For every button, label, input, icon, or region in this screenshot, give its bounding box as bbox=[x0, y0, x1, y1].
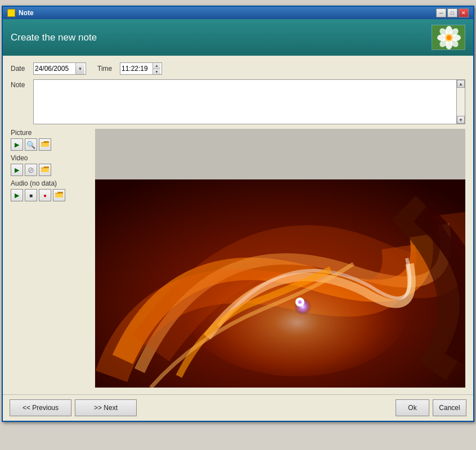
cancel-button[interactable]: Cancel bbox=[433, 399, 466, 416]
minimize-button[interactable]: ─ bbox=[436, 8, 446, 17]
time-label: Time bbox=[97, 65, 114, 73]
time-input[interactable] bbox=[122, 65, 152, 73]
video-label: Video bbox=[11, 154, 89, 162]
app-icon bbox=[7, 9, 15, 17]
footer-bar: << Previous >> Next Ok Cancel bbox=[3, 394, 473, 421]
previous-button[interactable]: << Previous bbox=[10, 399, 71, 416]
video-section: Video ▶ ⊘ bbox=[11, 154, 89, 176]
header-flower-decoration bbox=[432, 25, 465, 50]
svg-point-11 bbox=[447, 35, 451, 40]
flower-svg bbox=[432, 25, 465, 50]
preview-bottom-area bbox=[95, 179, 465, 388]
date-input[interactable] bbox=[35, 65, 74, 73]
audio-section: Audio (no data) ▶ ■ ● bbox=[11, 179, 89, 201]
ok-button[interactable]: Ok bbox=[396, 399, 429, 416]
note-row: Note ▲ ▼ bbox=[11, 79, 465, 124]
media-controls: Picture ▶ 🔍 Video bbox=[11, 129, 89, 388]
scroll-down-arrow[interactable]: ▼ bbox=[457, 116, 465, 124]
picture-play-button[interactable]: ▶ bbox=[11, 138, 23, 151]
picture-section: Picture ▶ 🔍 bbox=[11, 129, 89, 151]
audio-stop-button[interactable]: ■ bbox=[25, 189, 37, 201]
note-textarea-container: ▲ ▼ bbox=[33, 79, 465, 124]
folder-icon-audio bbox=[55, 192, 63, 199]
fire-svg bbox=[95, 179, 465, 388]
main-window: Note ─ □ ✕ Create the new note bbox=[2, 6, 474, 422]
folder-icon-video bbox=[41, 166, 49, 173]
scroll-up-arrow[interactable]: ▲ bbox=[457, 80, 465, 88]
date-label: Date bbox=[11, 65, 28, 73]
svg-point-16 bbox=[298, 300, 302, 304]
title-bar-buttons: ─ □ ✕ bbox=[436, 8, 469, 17]
title-bar-left: Note bbox=[7, 9, 34, 17]
next-button[interactable]: >> Next bbox=[75, 399, 137, 416]
date-combo[interactable]: ▼ bbox=[33, 62, 86, 75]
title-bar: Note ─ □ ✕ bbox=[3, 7, 473, 19]
video-clear-button[interactable]: ⊘ bbox=[25, 164, 37, 176]
media-preview bbox=[95, 129, 465, 388]
content-area: Date ▼ Time ▲ ▼ Note ▲ ▼ bbox=[3, 56, 473, 394]
date-combo-arrow[interactable]: ▼ bbox=[75, 63, 84, 74]
header-image bbox=[432, 25, 465, 50]
footer-right: Ok Cancel bbox=[396, 399, 466, 416]
close-button[interactable]: ✕ bbox=[459, 8, 469, 17]
date-time-row: Date ▼ Time ▲ ▼ bbox=[11, 62, 465, 75]
picture-buttons: ▶ 🔍 bbox=[11, 138, 89, 151]
maximize-button[interactable]: □ bbox=[447, 8, 457, 17]
time-spin-up[interactable]: ▲ bbox=[153, 63, 160, 69]
video-play-button[interactable]: ▶ bbox=[11, 164, 23, 176]
preview-top-area bbox=[95, 129, 465, 179]
note-scrollbar[interactable]: ▲ ▼ bbox=[456, 79, 465, 124]
note-label: Note bbox=[11, 79, 28, 89]
media-main: Picture ▶ 🔍 Video bbox=[11, 129, 465, 388]
audio-record-button[interactable]: ● bbox=[39, 189, 51, 201]
window-title: Note bbox=[19, 9, 34, 17]
time-spinners: ▲ ▼ bbox=[152, 63, 160, 74]
time-spin-down[interactable]: ▼ bbox=[153, 69, 160, 75]
time-field[interactable]: ▲ ▼ bbox=[120, 62, 162, 75]
fire-image bbox=[95, 179, 465, 388]
audio-label: Audio (no data) bbox=[11, 179, 89, 187]
header-band: Create the new note bbox=[3, 19, 473, 56]
audio-play-button[interactable]: ▶ bbox=[11, 189, 23, 201]
note-textarea[interactable] bbox=[33, 79, 456, 124]
picture-folder-button[interactable] bbox=[39, 138, 51, 151]
video-folder-button[interactable] bbox=[39, 164, 51, 176]
video-buttons: ▶ ⊘ bbox=[11, 164, 89, 176]
audio-folder-button[interactable] bbox=[53, 189, 65, 201]
audio-buttons: ▶ ■ ● bbox=[11, 189, 89, 201]
picture-zoom-button[interactable]: 🔍 bbox=[25, 138, 37, 151]
footer-left: << Previous >> Next bbox=[10, 399, 137, 416]
folder-icon bbox=[41, 141, 49, 148]
picture-label: Picture bbox=[11, 129, 89, 137]
header-title: Create the new note bbox=[11, 32, 97, 43]
